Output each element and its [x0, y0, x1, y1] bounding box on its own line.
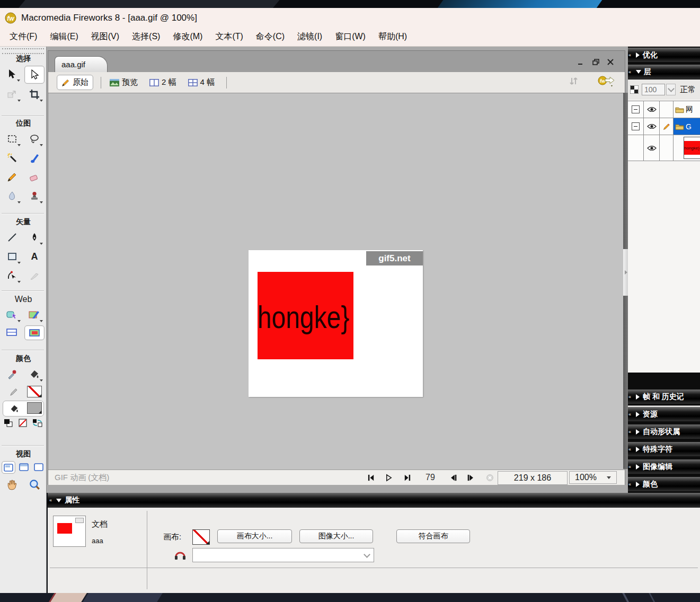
fill-color-swatch[interactable] — [27, 402, 42, 414]
eraser-tool[interactable] — [25, 169, 44, 185]
toolbox-gripper[interactable] — [2, 48, 44, 54]
menu-commands[interactable]: 命令(C) — [250, 29, 291, 45]
line-tool[interactable] — [3, 229, 22, 246]
fit-canvas-button[interactable]: 符合画布 — [396, 529, 470, 543]
tool-flyout-arrow — [17, 100, 21, 102]
blur-tool[interactable] — [3, 188, 22, 205]
freeform-tool[interactable] — [3, 267, 22, 284]
autoshape-panel-header[interactable]: « 自动形状属 — [628, 424, 700, 439]
lasso-tool[interactable] — [25, 130, 44, 147]
pointer-tool[interactable] — [2, 66, 21, 83]
show-hotspots-button[interactable] — [24, 325, 45, 340]
visibility-eye-icon[interactable] — [644, 118, 660, 135]
restore-button[interactable] — [591, 58, 600, 66]
visibility-eye-icon[interactable] — [644, 135, 660, 161]
tool-flyout-arrow — [17, 262, 21, 264]
menu-help[interactable]: 帮助(H) — [372, 29, 413, 45]
menu-text[interactable]: 文本(T) — [209, 29, 249, 45]
play-button[interactable] — [384, 473, 393, 482]
canvas-size-button[interactable]: 画布大小... — [217, 529, 292, 543]
magic-wand-tool[interactable] — [3, 149, 22, 166]
preview-view-button[interactable]: 预览 — [105, 75, 142, 90]
select-behind-tool[interactable] — [24, 66, 45, 84]
layers-panel-header[interactable]: « 层 — [628, 65, 700, 79]
paint-bucket-tool[interactable] — [25, 366, 44, 383]
default-colors-icon[interactable] — [4, 419, 13, 427]
menu-filters[interactable]: 滤镜(I) — [291, 29, 329, 45]
menu-view[interactable]: 视图(V) — [85, 29, 126, 45]
blend-mode-value[interactable]: 正常 — [680, 85, 696, 95]
assets-panel-header[interactable]: « 资源 — [628, 407, 700, 421]
pen-tool[interactable] — [25, 229, 44, 246]
optimize-panel-header[interactable]: « 优化 — [628, 48, 700, 62]
two-up-view-button[interactable]: 2 幅 — [145, 75, 181, 90]
previous-frame-button[interactable] — [448, 473, 458, 482]
zoom-tool[interactable] — [25, 476, 44, 493]
menu-select[interactable]: 选择(S) — [126, 29, 166, 45]
layer-row-web[interactable]: 网 — [628, 101, 700, 118]
document-tab[interactable]: aaa.gif — [55, 56, 108, 72]
zoom-level-dropdown[interactable]: 100% — [569, 471, 617, 484]
layer-name-cell[interactable]: 网 — [674, 101, 700, 118]
menu-modify[interactable]: 修改(M) — [166, 29, 209, 45]
close-button[interactable] — [606, 58, 615, 66]
properties-panel-header[interactable]: « 属性 — [48, 493, 700, 508]
full-screen-mode-button[interactable] — [32, 461, 45, 473]
hide-hotspots-button[interactable] — [2, 325, 21, 339]
image-editing-panel-header[interactable]: « 图像编辑 — [628, 459, 700, 474]
full-screen-menus-mode-button[interactable] — [17, 461, 30, 473]
last-frame-button[interactable] — [402, 473, 412, 482]
stop-button[interactable] — [485, 473, 494, 482]
text-tool[interactable]: A — [25, 248, 44, 265]
layer-name-cell[interactable]: G — [674, 118, 700, 135]
stroke-color-swatch[interactable] — [27, 386, 42, 397]
frames-history-panel-header[interactable]: « 帧 和 历史记 — [628, 389, 700, 404]
minimize-button[interactable] — [576, 58, 586, 66]
rubber-stamp-tool[interactable] — [25, 188, 44, 205]
special-characters-panel-header[interactable]: « 特殊字符 — [628, 442, 700, 456]
knife-tool[interactable] — [25, 267, 44, 284]
special-characters-panel-title: 特殊字符 — [643, 445, 672, 454]
first-frame-button[interactable] — [366, 473, 376, 482]
colors-panel-header[interactable]: « 颜色 — [628, 477, 700, 491]
crop-tool[interactable] — [25, 86, 44, 103]
document-type-label: GIF 动画 (文档) — [55, 473, 109, 483]
visibility-eye-icon[interactable] — [644, 101, 660, 118]
brush-tool[interactable] — [25, 149, 44, 166]
eyedropper-tool[interactable] — [3, 366, 22, 383]
canvas-area[interactable]: gif5.net hongke} — [48, 93, 625, 470]
four-up-view-button[interactable]: 4 幅 — [184, 75, 219, 90]
quick-export-button[interactable]: fw — [597, 75, 615, 87]
export-area-tool[interactable] — [3, 86, 22, 103]
swap-colors-icon[interactable] — [32, 419, 43, 427]
slice-tool[interactable] — [25, 306, 44, 323]
tool-flyout-arrow — [40, 379, 43, 382]
rectangle-tool[interactable] — [3, 248, 22, 265]
expand-toggle[interactable] — [628, 118, 644, 135]
opacity-input[interactable] — [642, 84, 665, 95]
section-vector: 矢量 A — [0, 217, 47, 284]
hotspot-tool[interactable] — [3, 306, 22, 323]
properties-dropdown[interactable] — [192, 548, 374, 562]
sort-arrows-icon[interactable] — [569, 76, 579, 86]
document-canvas[interactable]: gif5.net hongke} — [249, 250, 423, 397]
next-frame-button[interactable] — [466, 473, 475, 482]
original-view-button[interactable]: 原始 — [57, 75, 93, 90]
menu-edit[interactable]: 编辑(E) — [43, 29, 84, 45]
standard-screen-mode-button[interactable] — [2, 461, 15, 474]
expand-toggle[interactable] — [628, 101, 644, 118]
menu-window[interactable]: 窗口(W) — [329, 29, 372, 45]
layer-row-gif[interactable]: G — [628, 118, 700, 135]
frame-object-row[interactable]: hongke} — [628, 135, 700, 161]
marquee-tool[interactable] — [3, 130, 22, 147]
no-color-icon[interactable] — [19, 419, 27, 427]
opacity-slider-button[interactable] — [666, 84, 676, 95]
hand-tool[interactable] — [3, 476, 22, 493]
object-thumbnail-cell[interactable]: hongke} — [674, 135, 700, 161]
image-size-button[interactable]: 图像大小... — [299, 529, 373, 543]
pencil-tool[interactable] — [3, 169, 22, 185]
collapse-chevrons-icon: « — [628, 69, 634, 75]
collapse-chevrons-icon: « — [628, 464, 634, 470]
canvas-color-swatch[interactable] — [192, 529, 210, 545]
menu-file[interactable]: 文件(F) — [3, 29, 43, 45]
